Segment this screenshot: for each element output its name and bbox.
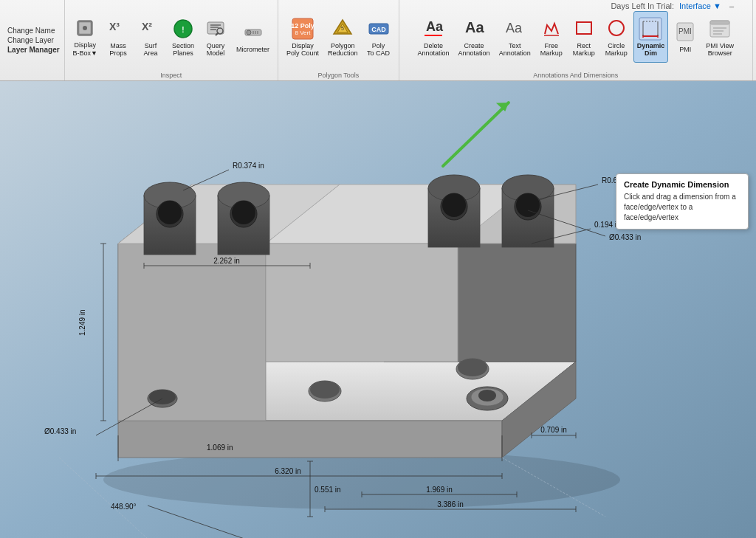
section-planes-icon: ! (171, 17, 195, 41)
tooltip-title: Create Dynamic Dimension (624, 180, 740, 189)
polygon-reduction-button[interactable]: 5 PolygonReduction (324, 11, 362, 63)
tooltip-popup: Create Dynamic Dimension Click and drag … (616, 173, 749, 230)
rect-markup-icon (572, 17, 596, 41)
svg-text:448.90°: 448.90° (111, 503, 137, 511)
svg-text:3.386 in: 3.386 in (437, 500, 464, 508)
circle-markup-icon (605, 17, 628, 41)
mass-props-icon: X³ (106, 17, 130, 41)
rect-markup-label: RectMarkup (573, 42, 595, 57)
text-annotation-label: TextAnnotation (499, 42, 531, 57)
left-nav: Change Name Change Layer Layer Manager (3, 0, 65, 80)
create-annotation-label: CreateAnnotation (458, 42, 490, 57)
pmi-label: PMI (679, 46, 691, 53)
inspect-buttons: DisplayB-Box▼ X³ MassProps X² (69, 3, 273, 79)
free-markup-icon (540, 17, 563, 41)
polygon-reduction-icon: 5 (331, 17, 354, 41)
display-poly-count-button[interactable]: 12 Poly 8 Vert DisplayPoly Count (283, 11, 323, 63)
delete-annotation-button[interactable]: Aa DeleteAnnotation (414, 11, 453, 63)
svg-point-66 (232, 201, 255, 224)
ribbon-bar: Days Left In Trial: Interface ▼ – Change… (0, 0, 756, 81)
annotations-buttons: Aa DeleteAnnotation Aa CreateAnnotation (414, 3, 738, 79)
svg-text:6.320 in: 6.320 in (275, 467, 301, 475)
surf-area-label: SurfArea (144, 42, 158, 57)
rect-markup-button[interactable]: RectMarkup (568, 11, 599, 63)
svg-text:X³: X³ (109, 21, 120, 32)
display-bbox-icon (73, 16, 97, 40)
svg-text:0.551 in: 0.551 in (315, 486, 341, 494)
svg-point-62 (158, 201, 182, 224)
polygon-tools-label: Polygon Tools (278, 72, 399, 79)
svg-text:Aa: Aa (465, 19, 484, 35)
dynamic-dim-button[interactable]: DynamicDim (633, 11, 669, 63)
layer-manager-link[interactable]: Layer Manager (7, 46, 60, 54)
svg-text:Aa: Aa (426, 19, 444, 34)
svg-point-74 (516, 193, 540, 217)
pmi-button[interactable]: PMI PMI (670, 11, 701, 63)
query-model-label: QueryModel (207, 42, 225, 57)
pmi-icon: PMI (673, 21, 697, 44)
svg-point-47 (103, 450, 620, 509)
model-view: 2.262 in R0.374 in 1.249 in Ø0.433 in 1.… (0, 81, 756, 538)
svg-text:12 Poly: 12 Poly (291, 22, 315, 30)
dynamic-dim-icon (639, 17, 662, 41)
annotations-label: Annotations And Dimensions (399, 72, 752, 79)
inspect-group: DisplayB-Box▼ X³ MassProps X² (65, 0, 278, 80)
pmi-view-browser-icon (708, 17, 732, 41)
free-markup-button[interactable]: FreeMarkup (536, 11, 567, 63)
mass-props-button[interactable]: X³ MassProps (103, 11, 134, 63)
polygon-buttons: 12 Poly 8 Vert DisplayPoly Count 5 (283, 3, 394, 79)
inspect-label: Inspect (65, 72, 278, 79)
poly-to-cad-icon: CAD (367, 17, 391, 41)
svg-text:1.969 in: 1.969 in (426, 486, 453, 494)
free-markup-label: FreeMarkup (540, 42, 563, 57)
change-layer-link[interactable]: Change Layer (7, 36, 60, 44)
svg-marker-52 (118, 244, 266, 421)
micrometer-label: Micrometer (236, 46, 269, 53)
poly-to-cad-button[interactable]: CAD PolyTo CAD (363, 11, 394, 63)
svg-text:!: ! (182, 26, 184, 34)
svg-point-70 (442, 193, 466, 217)
svg-point-2 (83, 26, 87, 30)
change-name-link[interactable]: Change Name (7, 27, 60, 35)
micrometer-button[interactable]: Micrometer (233, 11, 273, 63)
circle-markup-button[interactable]: CircleMarkup (601, 11, 632, 63)
svg-text:X²: X² (142, 21, 152, 32)
circle-markup-label: CircleMarkup (605, 42, 628, 57)
query-model-icon (204, 17, 227, 41)
svg-text:0.709 in: 0.709 in (540, 426, 567, 434)
text-annotation-icon: Aa (503, 17, 526, 41)
svg-marker-49 (118, 421, 502, 458)
surf-area-button[interactable]: X² SurfArea (135, 11, 166, 63)
svg-marker-58 (266, 244, 458, 362)
annotations-group: Aa DeleteAnnotation Aa CreateAnnotation (399, 0, 753, 80)
dynamic-dim-label: DynamicDim (637, 42, 665, 57)
display-bbox-label: DisplayB-Box▼ (73, 41, 97, 58)
create-annotation-button[interactable]: Aa CreateAnnotation (455, 11, 494, 63)
svg-point-76 (149, 390, 176, 404)
svg-rect-30 (577, 22, 591, 34)
svg-point-31 (609, 21, 624, 35)
display-poly-count-icon: 12 Poly 8 Vert (291, 17, 315, 41)
pmi-view-browser-button[interactable]: PMI ViewBrowser (702, 11, 738, 63)
poly-to-cad-label: PolyTo CAD (367, 42, 390, 57)
svg-text:R0.374 in: R0.374 in (233, 162, 264, 170)
query-model-button[interactable]: QueryModel (200, 11, 231, 63)
section-planes-button[interactable]: ! SectionPlanes (168, 11, 199, 63)
svg-point-78 (310, 381, 340, 399)
tooltip-body: Click and drag a dimension from a face/e… (624, 192, 740, 223)
svg-rect-42 (710, 21, 729, 24)
svg-point-83 (478, 390, 496, 401)
viewport[interactable]: 2.262 in R0.374 in 1.249 in Ø0.433 in 1.… (0, 81, 756, 538)
svg-text:2.262 in: 2.262 in (213, 257, 240, 265)
text-annotation-button[interactable]: Aa TextAnnotation (495, 11, 535, 63)
micrometer-icon (241, 21, 265, 44)
display-bbox-button[interactable]: DisplayB-Box▼ (69, 11, 101, 63)
svg-text:PMI: PMI (678, 27, 692, 35)
delete-annotation-label: DeleteAnnotation (418, 42, 450, 57)
svg-text:CAD: CAD (371, 26, 386, 33)
ribbon: Change Name Change Layer Layer Manager D… (0, 0, 756, 80)
svg-text:5: 5 (341, 26, 344, 31)
delete-annotation-icon: Aa (422, 17, 445, 41)
svg-text:Ø0.433 in: Ø0.433 in (609, 233, 641, 241)
svg-text:Aa: Aa (506, 21, 523, 35)
